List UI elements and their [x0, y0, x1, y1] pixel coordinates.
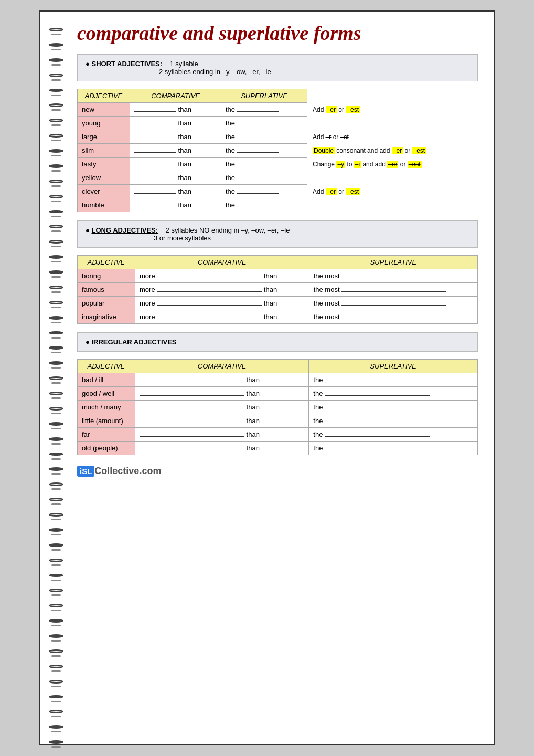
ring	[49, 604, 63, 607]
note-cell: Double consonant and add –er or –est	[307, 143, 478, 157]
ring	[49, 482, 63, 486]
table-row: bad / ill than the	[78, 373, 478, 386]
ring	[49, 589, 63, 592]
ring	[49, 180, 63, 183]
superlative-cell: the most	[309, 296, 477, 310]
comparative-cell: than	[130, 116, 221, 130]
comparative-cell: than	[130, 171, 221, 184]
th-superlative-irr: SUPERLATIVE	[309, 359, 478, 373]
short-adjectives-table: ADJECTIVE COMPARATIVE SUPERLATIVE new th…	[77, 89, 478, 212]
ring	[49, 513, 63, 517]
adjective-cell: old (people)	[78, 441, 135, 455]
long-adj-desc1: 2 syllables NO ending in –y, –ow, –er, –…	[166, 226, 290, 234]
ring	[49, 134, 63, 138]
th-adjective-long: ADJECTIVE	[78, 255, 135, 269]
note-cell	[307, 116, 478, 130]
ring	[49, 437, 63, 441]
th-adjective-irr: ADJECTIVE	[78, 359, 135, 373]
th-superlative-long: SUPERLATIVE	[309, 255, 477, 269]
ring	[49, 89, 63, 92]
comparative-cell: more than	[135, 296, 309, 310]
superlative-cell: the	[221, 157, 307, 171]
ring	[49, 665, 63, 668]
ring	[49, 619, 63, 623]
ring	[49, 316, 63, 320]
page: comparative and superlative forms ● SHOR…	[39, 10, 495, 746]
table-row: clever than the Add –er or –est	[78, 184, 478, 198]
table-row: old (people) than the	[78, 441, 478, 455]
page-title: comparative and superlative forms	[77, 23, 478, 45]
table-row: tasty than the Change –y to –i and add –…	[78, 157, 478, 171]
th-comparative-irr: COMPARATIVE	[135, 359, 309, 373]
ring	[49, 695, 63, 699]
note-cell	[307, 171, 478, 184]
long-adj-desc2: 3 or more syllables	[86, 234, 211, 242]
comparative-cell: than	[130, 143, 221, 157]
table-row: large than the Add –r or –st	[78, 130, 478, 143]
ring	[49, 467, 63, 471]
table-row: much / many than the	[78, 400, 478, 414]
comparative-cell: than	[135, 400, 309, 414]
superlative-cell: the	[309, 373, 478, 386]
superlative-cell: the	[309, 400, 478, 414]
comparative-cell: than	[130, 184, 221, 198]
watermark: iSLCollective.com	[77, 466, 161, 477]
superlative-cell: the	[221, 102, 307, 116]
comparative-cell: than	[135, 414, 309, 427]
note-cell	[307, 198, 478, 212]
adjective-cell: far	[78, 427, 135, 441]
adjective-cell: imaginative	[78, 310, 135, 323]
ring	[49, 392, 63, 395]
note-cell: Change –y to –i and add –er or –est	[307, 157, 478, 171]
ring	[49, 149, 63, 153]
comparative-cell: than	[135, 427, 309, 441]
ring	[49, 361, 63, 365]
th-superlative: SUPERLATIVE	[221, 89, 307, 102]
ring	[49, 331, 63, 335]
adjective-cell: slim	[78, 143, 130, 157]
superlative-cell: the most	[309, 282, 477, 296]
ring	[49, 528, 63, 532]
note-cell: Add –r or –st	[307, 130, 478, 143]
comparative-cell: more than	[135, 310, 309, 323]
ring	[49, 225, 63, 228]
short-adj-desc2: 2 syllables ending in –y, –ow, –er, –le	[86, 68, 271, 76]
comparative-cell: than	[135, 386, 309, 400]
isl-logo: iSL	[77, 466, 94, 477]
superlative-cell: the	[309, 427, 478, 441]
adjective-cell: bad / ill	[78, 373, 135, 386]
superlative-cell: the	[309, 414, 478, 427]
table-row: famous more than the most	[78, 282, 478, 296]
table-row: imaginative more than the most	[78, 310, 478, 323]
adjective-cell: tasty	[78, 157, 130, 171]
ring	[49, 210, 63, 214]
table-row: popular more than the most	[78, 296, 478, 310]
table-row: slim than the Double consonant and add –…	[78, 143, 478, 157]
ring	[49, 498, 63, 501]
ring	[49, 28, 63, 32]
superlative-cell: the	[221, 184, 307, 198]
adjective-cell: popular	[78, 296, 135, 310]
ring	[49, 559, 63, 562]
adjective-cell: little (amount)	[78, 414, 135, 427]
table-row: boring more than the most	[78, 269, 478, 282]
table-row: good / well than the	[78, 386, 478, 400]
ring	[49, 74, 63, 77]
irr-adj-label: IRREGULAR ADJECTIVES	[91, 338, 176, 346]
ring	[49, 240, 63, 244]
ring	[49, 58, 63, 62]
ring	[49, 725, 63, 729]
ring	[49, 103, 63, 107]
comparative-cell: than	[130, 198, 221, 212]
short-adj-label: SHORT ADJECTIVES:	[91, 60, 162, 68]
ring	[49, 119, 63, 122]
superlative-cell: the	[221, 143, 307, 157]
short-adj-desc1: 1 syllable	[170, 60, 198, 68]
superlative-cell: the	[309, 441, 478, 455]
superlative-cell: the	[221, 116, 307, 130]
long-adjectives-info: ● LONG ADJECTIVES: 2 syllables NO ending…	[77, 220, 478, 248]
table-row: little (amount) than the	[78, 414, 478, 427]
spiral-binding	[40, 12, 72, 744]
table-row: young than the	[78, 116, 478, 130]
ring	[49, 301, 63, 304]
